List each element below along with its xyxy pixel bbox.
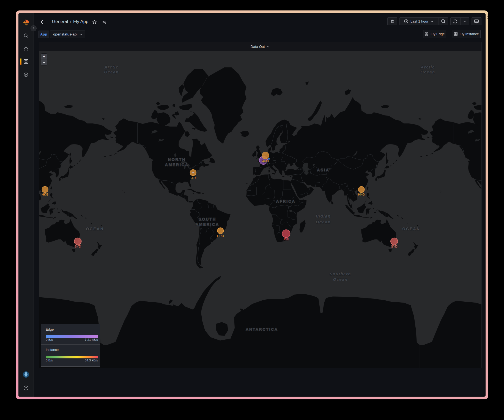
- svg-text:AMS: AMS: [262, 159, 269, 163]
- svg-text:AMERICA: AMERICA: [165, 163, 189, 167]
- svg-text:SYD: SYD: [391, 245, 398, 248]
- svg-text:Arctic: Arctic: [104, 65, 119, 69]
- svg-text:AFRICA: AFRICA: [276, 199, 296, 204]
- svg-text:Arctic: Arctic: [420, 65, 435, 69]
- svg-text:ASIA: ASIA: [317, 168, 329, 172]
- svg-text:Ocean: Ocean: [420, 70, 435, 74]
- svg-text:IAD: IAD: [190, 176, 196, 180]
- svg-text:Ocean: Ocean: [316, 219, 331, 224]
- svg-text:AMERICA: AMERICA: [196, 222, 219, 227]
- svg-text:Ocean: Ocean: [104, 70, 119, 74]
- svg-text:SYD: SYD: [75, 245, 81, 248]
- svg-text:Southern: Southern: [330, 271, 351, 276]
- svg-text:GRU: GRU: [217, 234, 224, 238]
- svg-text:SOUTH: SOUTH: [199, 217, 216, 221]
- svg-text:HKG: HKG: [42, 193, 48, 196]
- svg-text:HKG: HKG: [358, 193, 365, 196]
- svg-text:OCEAN: OCEAN: [402, 227, 420, 231]
- svg-text:NORTH: NORTH: [168, 157, 186, 162]
- svg-text:OCEAN: OCEAN: [86, 227, 104, 231]
- svg-text:ANTARCTICA: ANTARCTICA: [246, 327, 278, 331]
- svg-text:JNB: JNB: [283, 238, 289, 241]
- svg-text:Indian: Indian: [316, 214, 331, 218]
- svg-text:Ocean: Ocean: [333, 277, 347, 282]
